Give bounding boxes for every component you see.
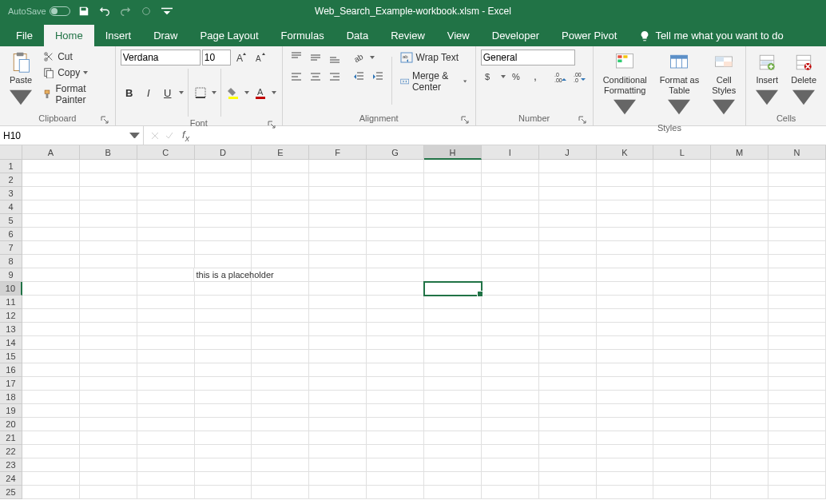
cell-A19[interactable]	[22, 404, 80, 418]
row-header[interactable]: 14	[0, 336, 22, 350]
cell-K21[interactable]	[597, 431, 654, 445]
format-as-table-button[interactable]: Format as Table	[655, 50, 705, 121]
cell-F17[interactable]	[309, 377, 367, 391]
cell-N8[interactable]	[768, 255, 826, 268]
cell-A22[interactable]	[22, 445, 80, 458]
cell-F5[interactable]	[309, 214, 367, 228]
cell-H5[interactable]	[424, 214, 482, 228]
cell-A4[interactable]	[22, 200, 80, 214]
cell-H11[interactable]	[424, 296, 482, 309]
cell-D7[interactable]	[195, 241, 252, 255]
cell-M18[interactable]	[711, 391, 768, 404]
cell-B5[interactable]	[80, 214, 137, 228]
cell-K16[interactable]	[597, 363, 654, 377]
cell-F21[interactable]	[309, 431, 367, 445]
cell-N9[interactable]	[768, 268, 826, 282]
cell-B6[interactable]	[80, 228, 137, 241]
row-header[interactable]: 16	[0, 363, 22, 377]
cell-M3[interactable]	[711, 187, 768, 200]
cell-A13[interactable]	[22, 323, 80, 336]
cell-C12[interactable]	[137, 309, 195, 323]
font-color-button[interactable]: A	[252, 85, 269, 101]
column-header[interactable]: E	[252, 145, 309, 160]
cell-D14[interactable]	[195, 336, 252, 350]
cell-E3[interactable]	[252, 187, 309, 200]
cell-H25[interactable]	[424, 486, 482, 499]
cell-B11[interactable]	[80, 296, 137, 309]
cell-L17[interactable]	[653, 377, 711, 391]
row-header[interactable]: 15	[0, 350, 22, 363]
cell-J24[interactable]	[539, 472, 597, 486]
cell-C16[interactable]	[137, 363, 195, 377]
column-header[interactable]: L	[653, 145, 711, 160]
cell-L20[interactable]	[653, 418, 711, 431]
cell-J13[interactable]	[539, 323, 597, 336]
cell-J22[interactable]	[539, 445, 597, 458]
cell-B25[interactable]	[80, 486, 137, 499]
tab-page-layout[interactable]: Page Layout	[189, 25, 270, 46]
cell-L13[interactable]	[653, 323, 711, 336]
cell-K22[interactable]	[597, 445, 654, 458]
cell-I25[interactable]	[482, 486, 539, 499]
tab-review[interactable]: Review	[379, 25, 436, 46]
increase-indent-icon[interactable]	[369, 69, 387, 85]
cell-F23[interactable]	[309, 458, 367, 472]
cell-G14[interactable]	[367, 336, 424, 350]
cell-H4[interactable]	[424, 200, 482, 214]
cell-I23[interactable]	[482, 458, 539, 472]
cell-J7[interactable]	[539, 241, 597, 255]
align-bottom-icon[interactable]	[326, 50, 344, 65]
row-header[interactable]: 1	[0, 160, 22, 173]
cell-L23[interactable]	[653, 458, 711, 472]
column-header[interactable]: D	[195, 145, 252, 160]
cell-C9[interactable]	[137, 268, 195, 282]
cell-D13[interactable]	[195, 323, 252, 336]
cell-G3[interactable]	[367, 187, 424, 200]
cell-L24[interactable]	[653, 472, 711, 486]
cell-J15[interactable]	[539, 350, 597, 363]
cell-A25[interactable]	[22, 486, 80, 499]
cell-A9[interactable]	[22, 268, 80, 282]
cell-K24[interactable]	[597, 472, 654, 486]
cell-D1[interactable]	[195, 160, 252, 173]
cell-B1[interactable]	[80, 160, 137, 173]
row-header[interactable]: 2	[0, 173, 22, 187]
cell-M15[interactable]	[711, 350, 768, 363]
cell-K2[interactable]	[597, 173, 654, 187]
row-header[interactable]: 20	[0, 418, 22, 431]
cell-J11[interactable]	[539, 296, 597, 309]
wrap-text-button[interactable]: abWrap Text	[397, 50, 471, 65]
dialog-launcher-icon[interactable]	[101, 116, 109, 124]
cell-N20[interactable]	[768, 418, 826, 431]
cell-D11[interactable]	[195, 296, 252, 309]
name-box-input[interactable]	[3, 130, 129, 141]
cell-F14[interactable]	[309, 336, 367, 350]
cell-K14[interactable]	[597, 336, 654, 350]
cell-D9[interactable]: this is a placeholder	[194, 268, 252, 282]
cell-C4[interactable]	[137, 200, 195, 214]
spreadsheet-grid[interactable]: ABCDEFGHIJKLMN123456789this is a placeho…	[0, 145, 826, 499]
cell-J4[interactable]	[539, 200, 597, 214]
cell-E1[interactable]	[252, 160, 309, 173]
cell-A21[interactable]	[22, 431, 80, 445]
cell-D19[interactable]	[195, 404, 252, 418]
row-header[interactable]: 12	[0, 309, 22, 323]
cell-G13[interactable]	[367, 323, 424, 336]
cell-I16[interactable]	[482, 363, 539, 377]
cell-M11[interactable]	[711, 296, 768, 309]
cell-E13[interactable]	[252, 323, 309, 336]
cell-L18[interactable]	[653, 391, 711, 404]
cell-I18[interactable]	[482, 391, 539, 404]
cell-M7[interactable]	[711, 241, 768, 255]
column-header[interactable]: H	[424, 145, 482, 160]
cell-A23[interactable]	[22, 458, 80, 472]
cell-H16[interactable]	[424, 363, 482, 377]
cell-G10[interactable]	[367, 282, 424, 296]
cell-J21[interactable]	[539, 431, 597, 445]
cell-A8[interactable]	[22, 255, 80, 268]
cell-J19[interactable]	[539, 404, 597, 418]
cell-E8[interactable]	[252, 255, 309, 268]
cell-H19[interactable]	[424, 404, 482, 418]
cell-E25[interactable]	[252, 486, 309, 499]
font-color-dropdown[interactable]	[271, 85, 277, 101]
